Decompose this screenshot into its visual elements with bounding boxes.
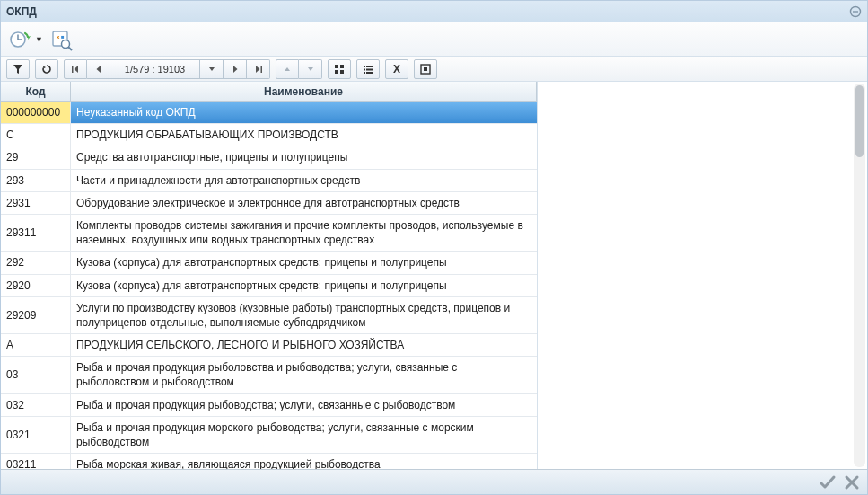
table-header: Код Наименование (1, 82, 537, 102)
svg-marker-17 (256, 66, 260, 73)
scrollbar[interactable] (854, 84, 865, 467)
window-title: ОКПД (6, 5, 37, 18)
table-row[interactable]: 293Части и принадлежности для автотрансп… (1, 170, 537, 192)
svg-marker-16 (233, 66, 238, 73)
reload-button[interactable] (35, 59, 58, 79)
select-square-button[interactable] (414, 59, 437, 79)
svg-rect-27 (364, 68, 365, 70)
table-row[interactable]: 2931Оборудование электрическое и электро… (1, 192, 537, 215)
sort-desc-button[interactable] (299, 59, 322, 79)
inspect-button[interactable]: x ■ (48, 26, 75, 53)
svg-marker-20 (308, 67, 313, 71)
svg-rect-28 (366, 68, 373, 70)
cell-name: Оборудование электрическое и электронное… (71, 192, 537, 214)
sort-asc-button[interactable] (276, 59, 299, 79)
cell-name: Кузова (корпуса) для автотранспортных ср… (71, 252, 537, 273)
cell-code: 293 (1, 170, 71, 191)
nav-toolbar: 1/579 : 19103 X (1, 57, 867, 82)
confirm-button[interactable] (819, 473, 837, 491)
cell-name: Комплекты проводов системы зажигания и п… (71, 215, 537, 251)
svg-line-10 (68, 47, 72, 50)
x-button[interactable]: X (385, 59, 408, 79)
cell-code: 292 (1, 252, 71, 273)
table-row[interactable]: CПРОДУКЦИЯ ОБРАБАТЫВАЮЩИХ ПРОИЗВОДСТВ (1, 124, 537, 146)
list-button[interactable] (356, 59, 380, 79)
table-row[interactable]: 03Рыба и прочая продукция рыболовства и … (1, 357, 537, 393)
table-row[interactable]: 29Средства автотранспортные, прицепы и п… (1, 146, 537, 169)
cell-code: 2931 (1, 192, 71, 214)
titlebar: ОКПД (1, 1, 867, 22)
svg-marker-14 (96, 66, 101, 73)
last-page-button[interactable] (247, 59, 270, 79)
col-header-name[interactable]: Наименование (71, 82, 537, 101)
cell-name: Неуказанный код ОКПД (71, 102, 537, 123)
svg-rect-24 (340, 70, 344, 74)
table-row[interactable]: 29311Комплекты проводов системы зажигани… (1, 215, 537, 252)
table-row[interactable]: 29209Услуги по производству кузовов (куз… (1, 297, 537, 334)
filter-button[interactable] (6, 59, 30, 79)
sort-group (276, 59, 322, 79)
cell-name: Рыба и прочая продукция морского рыбовод… (71, 417, 537, 453)
next-page-button[interactable] (224, 59, 247, 79)
svg-rect-26 (366, 66, 373, 67)
svg-marker-11 (43, 66, 46, 68)
svg-rect-22 (340, 65, 344, 68)
cell-name: ПРОДУКЦИЯ СЕЛЬСКОГО, ЛЕСНОГО И РЫБНОГО Х… (71, 334, 537, 356)
col-header-code[interactable]: Код (1, 82, 71, 101)
cell-name: Рыба и прочая продукция рыбоводства; усл… (71, 394, 537, 416)
table-row[interactable]: 032Рыба и прочая продукция рыбоводства; … (1, 394, 537, 417)
table-row[interactable]: 0321Рыба и прочая продукция морского рыб… (1, 417, 537, 454)
table-row[interactable]: 03211Рыба морская живая, являющаяся прод… (1, 454, 537, 469)
page-indicator[interactable]: 1/579 : 19103 (110, 59, 200, 79)
svg-rect-30 (366, 72, 373, 74)
cell-name: Рыба морская живая, являющаяся продукцие… (71, 454, 537, 469)
table-row[interactable]: 292Кузова (корпуса) для автотранспортных… (1, 252, 537, 274)
cell-code: 29 (1, 146, 71, 168)
cell-name: ПРОДУКЦИЯ ОБРАБАТЫВАЮЩИХ ПРОИЗВОДСТВ (71, 124, 537, 146)
cell-code: 000000000 (1, 102, 71, 123)
svg-marker-15 (209, 67, 215, 71)
cell-code: 03 (1, 357, 71, 393)
grid-button[interactable] (328, 59, 351, 79)
cell-code: 032 (1, 394, 71, 416)
table-row[interactable]: AПРОДУКЦИЯ СЕЛЬСКОГО, ЛЕСНОГО И РЫБНОГО … (1, 334, 537, 357)
svg-marker-19 (285, 67, 290, 71)
table-pane: Код Наименование 000000000Неуказанный ко… (1, 82, 538, 469)
window-root: ОКПД ▼ x ■ (0, 0, 868, 495)
pager-dropdown-button[interactable] (200, 59, 224, 79)
svg-marker-13 (75, 66, 79, 73)
detail-pane (538, 82, 867, 469)
cell-code: 2920 (1, 275, 71, 296)
cell-code: 03211 (1, 454, 71, 469)
svg-rect-18 (260, 66, 262, 73)
cell-code: 29209 (1, 297, 71, 333)
svg-text:■: ■ (61, 34, 65, 40)
svg-rect-32 (424, 67, 427, 71)
refresh-time-button[interactable] (6, 26, 33, 53)
svg-rect-29 (364, 72, 365, 74)
table-body[interactable]: 000000000Неуказанный код ОКПДCПРОДУКЦИЯ … (1, 102, 537, 469)
first-page-button[interactable] (64, 59, 87, 79)
cell-code: C (1, 124, 71, 146)
cell-name: Части и принадлежности для автотранспорт… (71, 170, 537, 191)
cancel-button[interactable] (844, 474, 860, 491)
cell-code: A (1, 334, 71, 356)
svg-rect-21 (335, 65, 338, 68)
footer-bar (1, 469, 867, 494)
table-row[interactable]: 000000000Неуказанный код ОКПД (1, 102, 537, 124)
scrollbar-thumb[interactable] (855, 85, 864, 157)
cell-name: Услуги по производству кузовов (кузовные… (71, 297, 537, 333)
dropdown-arrow-icon[interactable]: ▼ (35, 35, 43, 44)
svg-rect-23 (335, 70, 338, 74)
svg-rect-25 (364, 66, 365, 67)
pager-group: 1/579 : 19103 (64, 59, 270, 79)
cell-code: 29311 (1, 215, 71, 251)
content-area: Код Наименование 000000000Неуказанный ко… (1, 82, 867, 469)
cell-code: 0321 (1, 417, 71, 453)
table-row[interactable]: 2920Кузова (корпуса) для автотранспортны… (1, 275, 537, 297)
svg-rect-12 (72, 66, 74, 73)
prev-page-button[interactable] (87, 59, 110, 79)
minimize-icon[interactable] (849, 5, 862, 18)
cell-name: Рыба и прочая продукция рыболовства и ры… (71, 357, 537, 393)
cell-name: Средства автотранспортные, прицепы и пол… (71, 146, 537, 168)
